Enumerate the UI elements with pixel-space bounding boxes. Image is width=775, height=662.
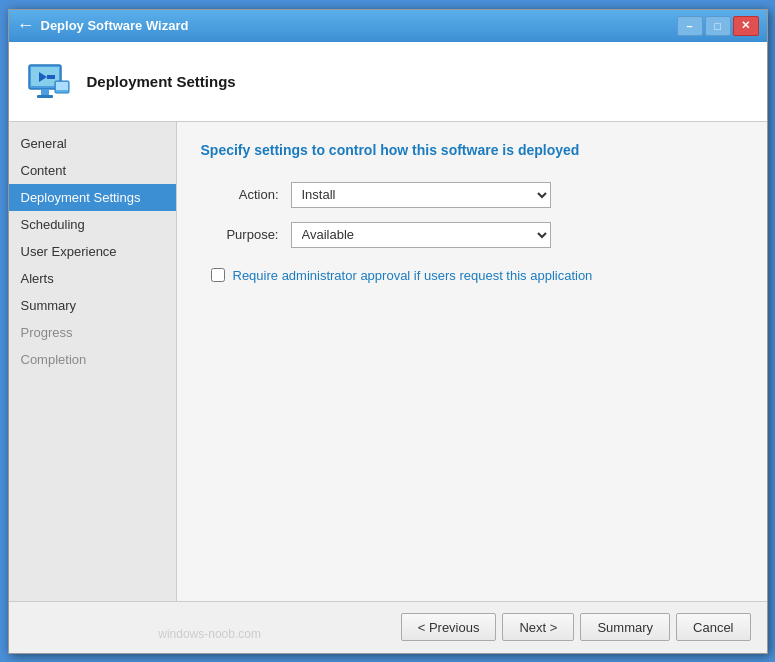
- content-area: Specify settings to control how this sof…: [177, 122, 767, 601]
- title-bar: ← Deploy Software Wizard – □ ✕: [9, 10, 767, 42]
- action-label: Action:: [201, 187, 291, 202]
- sidebar-item-progress: Progress: [9, 319, 176, 346]
- sidebar-item-summary[interactable]: Summary: [9, 292, 176, 319]
- purpose-row: Purpose: Available Required: [201, 222, 743, 248]
- checkbox-row: Require administrator approval if users …: [211, 268, 743, 283]
- content-heading: Specify settings to control how this sof…: [201, 142, 743, 158]
- window-title: Deploy Software Wizard: [41, 18, 189, 33]
- sidebar: General Content Deployment Settings Sche…: [9, 122, 177, 601]
- watermark: windows-noob.com: [158, 627, 261, 641]
- cancel-button[interactable]: Cancel: [676, 613, 750, 641]
- title-bar-left: ← Deploy Software Wizard: [17, 15, 189, 36]
- svg-rect-5: [47, 75, 55, 79]
- summary-button[interactable]: Summary: [580, 613, 670, 641]
- wizard-window: ← Deploy Software Wizard – □ ✕: [8, 9, 768, 654]
- purpose-select[interactable]: Available Required: [291, 222, 551, 248]
- sidebar-item-alerts[interactable]: Alerts: [9, 265, 176, 292]
- header-area: Deployment Settings: [9, 42, 767, 122]
- sidebar-item-content[interactable]: Content: [9, 157, 176, 184]
- footer-area: windows-noob.com < Previous Next > Summa…: [9, 601, 767, 653]
- window-controls: – □ ✕: [677, 16, 759, 36]
- sidebar-item-completion: Completion: [9, 346, 176, 373]
- svg-rect-3: [37, 95, 53, 98]
- action-select[interactable]: Install Uninstall: [291, 182, 551, 208]
- previous-button[interactable]: < Previous: [401, 613, 497, 641]
- maximize-button[interactable]: □: [705, 16, 731, 36]
- back-arrow-icon: ←: [17, 15, 35, 36]
- sidebar-item-deployment-settings[interactable]: Deployment Settings: [9, 184, 176, 211]
- next-button[interactable]: Next >: [502, 613, 574, 641]
- header-title: Deployment Settings: [87, 73, 236, 90]
- sidebar-item-user-experience[interactable]: User Experience: [9, 238, 176, 265]
- svg-rect-2: [41, 89, 49, 95]
- sidebar-item-general[interactable]: General: [9, 130, 176, 157]
- close-button[interactable]: ✕: [733, 16, 759, 36]
- deployment-icon: [25, 57, 73, 105]
- svg-rect-7: [56, 82, 68, 90]
- purpose-label: Purpose:: [201, 227, 291, 242]
- sidebar-item-scheduling[interactable]: Scheduling: [9, 211, 176, 238]
- admin-approval-checkbox[interactable]: [211, 268, 225, 282]
- body-area: General Content Deployment Settings Sche…: [9, 122, 767, 601]
- action-row: Action: Install Uninstall: [201, 182, 743, 208]
- admin-approval-label[interactable]: Require administrator approval if users …: [233, 268, 593, 283]
- minimize-button[interactable]: –: [677, 16, 703, 36]
